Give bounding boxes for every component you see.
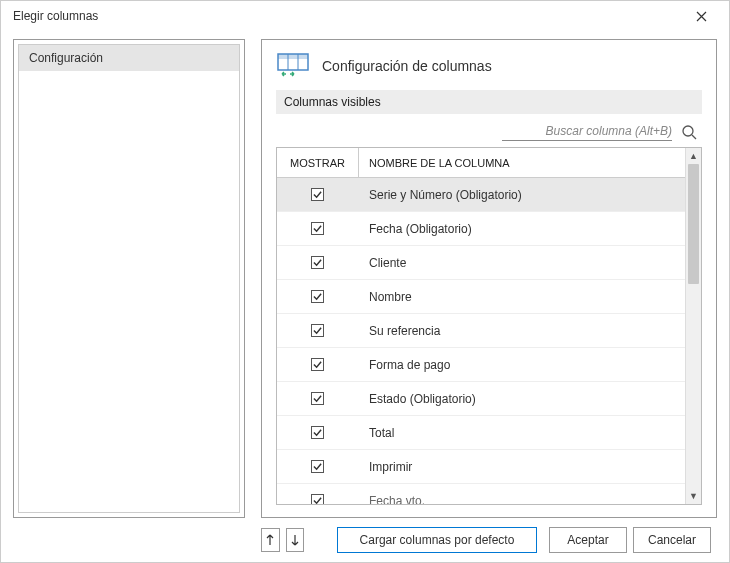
table-row[interactable]: Su referencia (277, 314, 685, 348)
checkbox[interactable] (311, 290, 324, 303)
main-panel: Configuración de columnas Columnas visib… (261, 39, 717, 518)
table-row[interactable]: Cliente (277, 246, 685, 280)
search-icon[interactable] (680, 123, 698, 141)
table-row[interactable]: Fecha (Obligatorio) (277, 212, 685, 246)
footer: Cargar columnas por defecto Aceptar Canc… (1, 518, 729, 562)
window-title: Elegir columnas (9, 9, 681, 23)
checkbox[interactable] (311, 358, 324, 371)
move-up-button[interactable] (261, 528, 280, 552)
scroll-up-icon[interactable]: ▲ (686, 148, 701, 164)
columns-grid: MOSTRAR NOMBRE DE LA COLUMNA Serie y Núm… (276, 147, 702, 505)
column-name-cell: Imprimir (359, 460, 685, 474)
cancel-button[interactable]: Cancelar (633, 527, 711, 553)
move-down-button[interactable] (286, 528, 305, 552)
dialog-body: Configuración Configuración de columnas (1, 31, 729, 518)
columns-icon (276, 52, 310, 80)
arrow-up-icon (266, 534, 274, 546)
panel-title: Configuración de columnas (322, 58, 492, 74)
scroll-down-icon[interactable]: ▼ (686, 488, 701, 504)
arrow-down-icon (291, 534, 299, 546)
checkbox[interactable] (311, 460, 324, 473)
column-name-cell: Total (359, 426, 685, 440)
scroll-thumb[interactable] (688, 164, 699, 284)
column-name-cell: Forma de pago (359, 358, 685, 372)
table-row[interactable]: Estado (Obligatorio) (277, 382, 685, 416)
sidebar-item-configuracion[interactable]: Configuración (19, 45, 239, 71)
checkbox[interactable] (311, 494, 324, 504)
close-button[interactable] (681, 1, 721, 31)
column-name-cell: Su referencia (359, 324, 685, 338)
panel-header: Configuración de columnas (276, 52, 702, 80)
checkbox[interactable] (311, 256, 324, 269)
table-row[interactable]: Forma de pago (277, 348, 685, 382)
header-name[interactable]: NOMBRE DE LA COLUMNA (359, 148, 685, 177)
column-name-cell: Cliente (359, 256, 685, 270)
checkbox[interactable] (311, 222, 324, 235)
column-name-cell: Fecha vto. (359, 494, 685, 505)
grid-header: MOSTRAR NOMBRE DE LA COLUMNA (277, 148, 685, 178)
grid-rows: Serie y Número (Obligatorio)Fecha (Oblig… (277, 178, 685, 504)
table-row[interactable]: Serie y Número (Obligatorio) (277, 178, 685, 212)
section-label: Columnas visibles (276, 90, 702, 114)
scrollbar[interactable]: ▲ ▼ (685, 148, 701, 504)
checkbox[interactable] (311, 188, 324, 201)
dialog-window: Elegir columnas Configuración (0, 0, 730, 563)
grid-inner: MOSTRAR NOMBRE DE LA COLUMNA Serie y Núm… (277, 148, 685, 504)
header-show[interactable]: MOSTRAR (277, 148, 359, 177)
sidebar-panel: Configuración (13, 39, 245, 518)
table-row[interactable]: Nombre (277, 280, 685, 314)
search-input[interactable] (502, 122, 672, 141)
column-name-cell: Nombre (359, 290, 685, 304)
load-defaults-button[interactable]: Cargar columnas por defecto (337, 527, 537, 553)
checkbox[interactable] (311, 392, 324, 405)
sidebar-inner: Configuración (18, 44, 240, 513)
table-row[interactable]: Imprimir (277, 450, 685, 484)
column-name-cell: Serie y Número (Obligatorio) (359, 188, 685, 202)
accept-button[interactable]: Aceptar (549, 527, 627, 553)
column-name-cell: Estado (Obligatorio) (359, 392, 685, 406)
column-name-cell: Fecha (Obligatorio) (359, 222, 685, 236)
checkbox[interactable] (311, 426, 324, 439)
table-row[interactable]: Fecha vto. (277, 484, 685, 504)
titlebar: Elegir columnas (1, 1, 729, 31)
svg-rect-1 (278, 54, 308, 59)
close-icon (696, 11, 707, 22)
svg-line-5 (692, 135, 696, 139)
table-row[interactable]: Total (277, 416, 685, 450)
checkbox[interactable] (311, 324, 324, 337)
search-row (276, 122, 702, 141)
svg-point-4 (683, 126, 693, 136)
